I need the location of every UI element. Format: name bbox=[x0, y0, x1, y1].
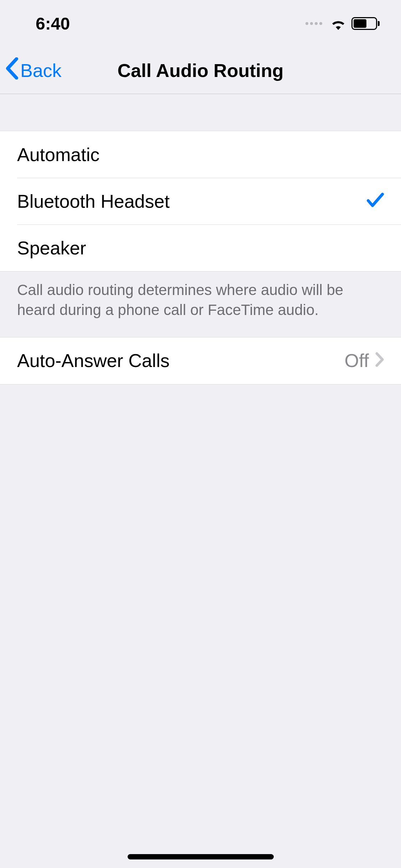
auto-answer-value: Off bbox=[345, 350, 369, 371]
back-button[interactable]: Back bbox=[5, 57, 62, 84]
routing-options-group: Automatic Bluetooth Headset Speaker bbox=[0, 131, 401, 272]
auto-answer-group: Auto-Answer Calls Off bbox=[0, 337, 401, 384]
home-indicator bbox=[128, 854, 274, 859]
checkmark-icon bbox=[367, 191, 384, 212]
routing-option-automatic[interactable]: Automatic bbox=[0, 131, 401, 178]
section-spacer bbox=[0, 94, 401, 131]
option-label: Speaker bbox=[17, 237, 384, 259]
auto-answer-row[interactable]: Auto-Answer Calls Off bbox=[0, 337, 401, 384]
option-label: Bluetooth Headset bbox=[17, 191, 367, 212]
status-right bbox=[305, 17, 380, 30]
status-bar: 6:40 bbox=[0, 0, 401, 47]
cellular-dots-icon bbox=[305, 22, 322, 25]
nav-bar: Back Call Audio Routing bbox=[0, 47, 401, 94]
chevron-left-icon bbox=[5, 57, 19, 84]
wifi-icon bbox=[329, 17, 347, 30]
auto-answer-label: Auto-Answer Calls bbox=[17, 350, 345, 371]
status-time: 6:40 bbox=[36, 14, 70, 33]
chevron-right-icon bbox=[375, 350, 384, 371]
back-label: Back bbox=[20, 60, 62, 81]
battery-icon bbox=[351, 17, 380, 30]
routing-footer-text: Call audio routing determines where audi… bbox=[0, 272, 401, 337]
routing-option-speaker[interactable]: Speaker bbox=[0, 224, 401, 271]
routing-option-bluetooth-headset[interactable]: Bluetooth Headset bbox=[0, 178, 401, 224]
option-label: Automatic bbox=[17, 144, 384, 165]
